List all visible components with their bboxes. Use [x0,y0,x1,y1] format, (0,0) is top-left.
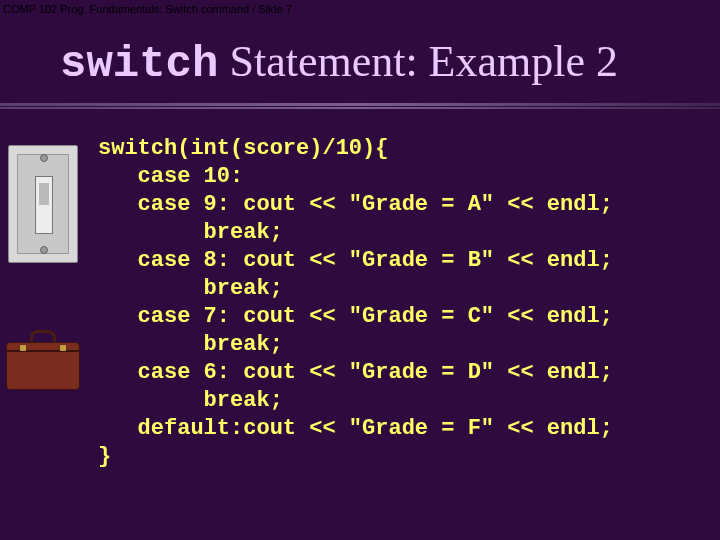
title-underline [0,103,720,106]
breadcrumb: COMP 102 Prog. Fundamentals: Switch comm… [3,3,292,15]
code-block: switch(int(score)/10){ case 10: case 9: … [98,135,613,471]
slide-title: switch Statement: Example 2 [0,28,720,103]
title-rest: Statement: Example 2 [218,37,618,86]
title-underline-shadow [0,107,720,109]
briefcase-icon [6,328,80,390]
light-switch-icon [8,145,78,263]
title-keyword: switch [60,39,218,89]
